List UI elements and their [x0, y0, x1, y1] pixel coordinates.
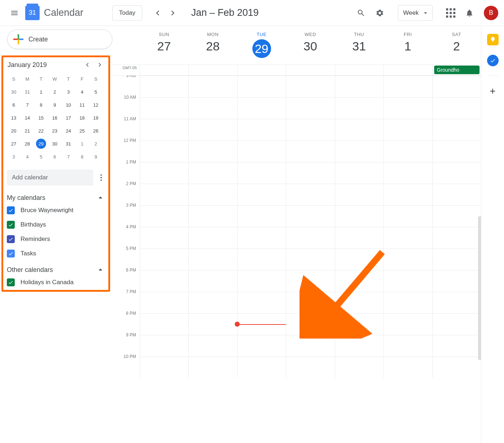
mini-day-cell[interactable]: 12	[89, 98, 103, 111]
mini-day-cell[interactable]: 26	[89, 124, 103, 137]
mini-day-cell[interactable]: 27	[7, 137, 21, 150]
time-cell[interactable]	[286, 249, 334, 270]
time-cell[interactable]	[432, 162, 481, 184]
time-cell[interactable]	[188, 335, 237, 357]
allday-cell[interactable]: Groundho	[432, 65, 481, 75]
calendar-list-item[interactable]: Holidays in Canada	[7, 278, 105, 286]
time-cell[interactable]	[432, 270, 481, 292]
mini-day-cell[interactable]: 2	[48, 85, 62, 98]
time-cell[interactable]	[432, 313, 481, 335]
time-cell[interactable]	[237, 205, 286, 227]
mini-day-cell[interactable]: 5	[34, 150, 48, 163]
mini-day-cell[interactable]: 31	[62, 137, 75, 150]
time-cell[interactable]	[140, 313, 188, 335]
main-menu-button[interactable]	[6, 4, 23, 22]
time-cell[interactable]	[140, 205, 188, 227]
time-cell[interactable]	[383, 313, 432, 335]
day-column-header[interactable]: THU31	[335, 26, 383, 64]
time-cell[interactable]	[237, 119, 286, 140]
time-grid[interactable]: 9 AM10 AM11 AM12 PM1 PM2 PM3 PM4 PM5 PM6…	[112, 76, 481, 443]
time-cell[interactable]	[188, 313, 237, 335]
time-cell[interactable]	[432, 335, 481, 357]
time-cell[interactable]	[140, 249, 188, 270]
mini-day-cell[interactable]: 29	[36, 139, 46, 149]
time-cell[interactable]	[140, 335, 188, 357]
mini-next-month-button[interactable]	[96, 61, 104, 69]
time-cell[interactable]	[286, 292, 334, 313]
time-cell[interactable]	[188, 292, 237, 313]
time-cell[interactable]	[286, 119, 334, 140]
time-cell[interactable]	[237, 162, 286, 184]
mini-day-cell[interactable]: 4	[21, 150, 34, 163]
day-column-header[interactable]: FRI1	[383, 26, 432, 64]
time-cell[interactable]	[286, 97, 334, 119]
mini-day-cell[interactable]: 24	[62, 124, 75, 137]
allday-cell[interactable]	[286, 65, 334, 75]
time-cell[interactable]	[432, 140, 481, 162]
calendar-list-item[interactable]: Bruce Waynewright	[7, 206, 105, 214]
time-cell[interactable]	[383, 76, 432, 97]
time-cell[interactable]	[383, 162, 432, 184]
time-cell[interactable]	[188, 227, 237, 249]
time-cell[interactable]	[335, 270, 383, 292]
allday-cell[interactable]	[335, 65, 383, 75]
time-cell[interactable]	[140, 357, 188, 378]
search-button[interactable]	[352, 4, 370, 22]
mini-day-cell[interactable]: 1	[75, 137, 89, 150]
allday-event[interactable]: Groundho	[434, 66, 480, 74]
time-cell[interactable]	[432, 205, 481, 227]
mini-day-cell[interactable]: 9	[89, 150, 103, 163]
mini-day-cell[interactable]: 2	[89, 137, 103, 150]
time-cell[interactable]	[286, 184, 334, 205]
calendar-list-item[interactable]: Reminders	[7, 235, 105, 243]
time-cell[interactable]	[432, 292, 481, 313]
keep-addon-button[interactable]	[487, 34, 499, 45]
time-cell[interactable]	[188, 184, 237, 205]
time-cell[interactable]	[383, 249, 432, 270]
time-cell[interactable]	[432, 249, 481, 270]
time-cell[interactable]	[237, 292, 286, 313]
time-cell[interactable]	[383, 119, 432, 140]
mini-day-cell[interactable]: 30	[48, 137, 62, 150]
time-cell[interactable]	[335, 292, 383, 313]
mini-day-cell[interactable]: 10	[62, 98, 75, 111]
time-cell[interactable]	[140, 184, 188, 205]
time-cell[interactable]	[383, 227, 432, 249]
time-cell[interactable]	[237, 140, 286, 162]
time-cell[interactable]	[286, 162, 334, 184]
account-avatar[interactable]: B	[484, 6, 498, 20]
time-cell[interactable]	[237, 184, 286, 205]
time-cell[interactable]	[140, 292, 188, 313]
time-cell[interactable]	[335, 140, 383, 162]
time-cell[interactable]	[432, 357, 481, 378]
time-cell[interactable]	[188, 97, 237, 119]
mini-day-cell[interactable]: 9	[48, 98, 62, 111]
mini-day-cell[interactable]: 7	[21, 98, 34, 111]
apps-button[interactable]	[442, 4, 459, 22]
mini-day-cell[interactable]: 7	[62, 150, 75, 163]
mini-day-cell[interactable]: 6	[7, 98, 21, 111]
time-cell[interactable]	[188, 76, 237, 97]
time-cell[interactable]	[286, 335, 334, 357]
mini-day-cell[interactable]: 3	[7, 150, 21, 163]
time-cell[interactable]	[237, 270, 286, 292]
mini-day-cell[interactable]: 4	[75, 85, 89, 98]
mini-day-cell[interactable]: 18	[75, 111, 89, 124]
tasks-addon-button[interactable]	[487, 55, 499, 66]
time-cell[interactable]	[383, 292, 432, 313]
time-cell[interactable]	[237, 249, 286, 270]
time-cell[interactable]	[140, 119, 188, 140]
mini-day-cell[interactable]: 11	[75, 98, 89, 111]
time-cell[interactable]	[335, 357, 383, 378]
time-cell[interactable]	[335, 313, 383, 335]
time-cell[interactable]	[188, 249, 237, 270]
time-cell[interactable]	[286, 76, 334, 97]
create-button[interactable]: Create	[7, 30, 112, 49]
today-button[interactable]: Today	[112, 5, 142, 21]
time-cell[interactable]	[432, 184, 481, 205]
day-column-header[interactable]: SUN27	[140, 26, 188, 64]
time-cell[interactable]	[188, 162, 237, 184]
time-cell[interactable]	[432, 97, 481, 119]
time-cell[interactable]	[383, 184, 432, 205]
mini-day-cell[interactable]: 25	[75, 124, 89, 137]
